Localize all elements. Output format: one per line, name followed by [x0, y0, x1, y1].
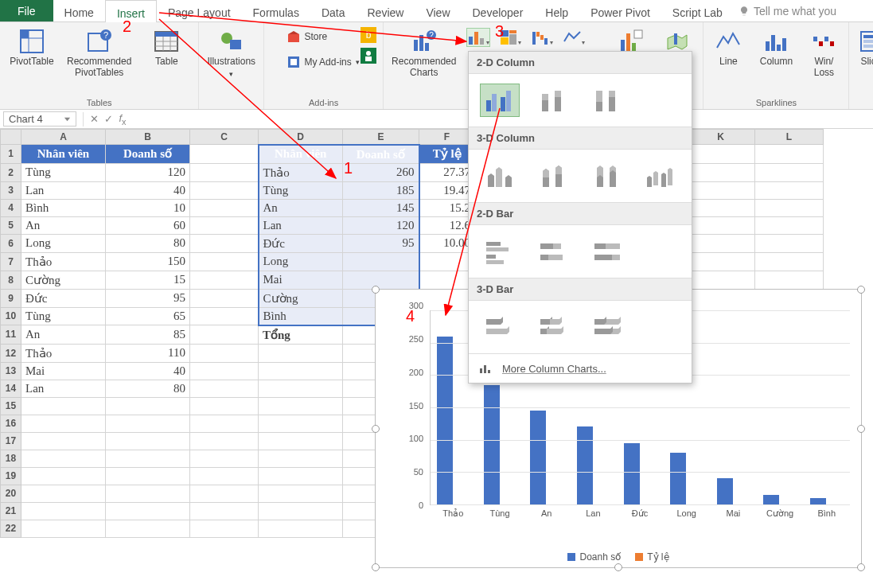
tab-formulas[interactable]: Formulas	[242, 0, 310, 21]
tab-view[interactable]: View	[415, 0, 461, 21]
cell[interactable]: Nhân viên	[259, 145, 343, 164]
people-graph-icon[interactable]	[361, 48, 376, 64]
cell[interactable]: 65	[106, 307, 190, 325]
cell[interactable]	[190, 271, 259, 289]
sparkline-line-button[interactable]: Line	[711, 25, 745, 68]
cell[interactable]	[259, 520, 343, 537]
column-header[interactable]: C	[190, 130, 259, 145]
insert-column-chart-button[interactable]	[467, 29, 489, 46]
cell[interactable]: Lan	[21, 380, 106, 397]
cell[interactable]	[687, 163, 755, 181]
row-header[interactable]: 8	[1, 271, 21, 289]
cell[interactable]	[190, 289, 259, 307]
cell[interactable]: Đức	[259, 234, 343, 252]
cell[interactable]	[687, 271, 755, 289]
cell[interactable]: Lan	[21, 181, 106, 199]
cell[interactable]	[190, 432, 259, 450]
bar[interactable]	[717, 478, 733, 504]
cell[interactable]	[259, 432, 343, 450]
cell[interactable]: An	[259, 199, 343, 216]
cell[interactable]: 120	[106, 163, 190, 181]
cell[interactable]: Bình	[259, 307, 343, 325]
row-header[interactable]: 6	[1, 234, 21, 252]
column-header[interactable]: E	[343, 130, 419, 145]
illustrations-button[interactable]: Illustrations ▾	[207, 25, 255, 78]
cell[interactable]	[190, 307, 259, 325]
3d-column-option[interactable]	[641, 159, 681, 193]
cell[interactable]	[755, 271, 824, 289]
cell[interactable]: Mai	[21, 362, 106, 380]
cell[interactable]	[687, 181, 755, 199]
cell[interactable]	[343, 271, 419, 289]
cell[interactable]: Long	[21, 234, 106, 252]
cell[interactable]	[106, 415, 190, 432]
fx-icon[interactable]: fx	[115, 112, 130, 127]
cell[interactable]	[755, 216, 824, 234]
column-header[interactable]: K	[687, 130, 755, 145]
cell[interactable]	[21, 415, 106, 432]
tab-help[interactable]: Help	[534, 0, 579, 21]
cell[interactable]	[106, 502, 190, 520]
cell[interactable]	[190, 467, 259, 485]
bar[interactable]	[763, 495, 779, 504]
cell[interactable]	[190, 252, 259, 271]
cell[interactable]	[419, 252, 475, 271]
bar[interactable]	[484, 385, 500, 504]
row-header[interactable]: 17	[1, 432, 21, 450]
3d-stacked-column-option[interactable]	[534, 159, 574, 193]
cell[interactable]	[190, 181, 259, 199]
bing-maps-icon[interactable]: b	[361, 27, 376, 43]
cell[interactable]: Thảo	[21, 344, 106, 362]
tab-data[interactable]: Data	[310, 0, 357, 21]
cell[interactable]	[755, 145, 824, 164]
table-button[interactable]: Table	[142, 25, 190, 68]
cell[interactable]	[259, 485, 343, 502]
stacked-column-option[interactable]	[534, 84, 574, 117]
row-header[interactable]: 18	[1, 450, 21, 467]
cell[interactable]: Đức	[21, 289, 106, 307]
cell[interactable]	[190, 163, 259, 181]
cell[interactable]: 15.2	[419, 199, 475, 216]
100-stacked-bar-option[interactable]	[588, 235, 628, 268]
cell[interactable]	[21, 467, 106, 485]
cell[interactable]	[755, 199, 824, 216]
row-header[interactable]: 10	[1, 307, 21, 325]
cell[interactable]: 95	[106, 289, 190, 307]
more-column-charts[interactable]: More Column Charts...	[469, 353, 692, 383]
column-header[interactable]: F	[419, 130, 475, 145]
cell[interactable]	[106, 467, 190, 485]
3d-clustered-bar-option[interactable]	[480, 310, 520, 344]
cell[interactable]	[687, 234, 755, 252]
cell[interactable]: 260	[343, 163, 419, 181]
row-header[interactable]: 9	[1, 289, 21, 307]
cell[interactable]: Cường	[259, 289, 343, 307]
cell[interactable]: 40	[106, 181, 190, 199]
cell[interactable]	[259, 467, 343, 485]
column-header[interactable]: B	[106, 130, 190, 145]
row-header[interactable]: 11	[1, 325, 21, 345]
cell[interactable]: Long	[259, 252, 343, 271]
cell[interactable]: 95	[343, 234, 419, 252]
row-header[interactable]: 15	[1, 397, 21, 415]
cell[interactable]: 10.00	[419, 234, 475, 252]
cell[interactable]: Nhân viên	[21, 145, 106, 164]
cell[interactable]	[190, 520, 259, 537]
cell[interactable]	[190, 199, 259, 216]
cell[interactable]	[190, 325, 259, 345]
bar[interactable]	[577, 426, 593, 504]
cell[interactable]: 145	[343, 199, 419, 216]
bar[interactable]	[810, 498, 826, 504]
bar[interactable]	[530, 411, 546, 504]
cell[interactable]: 12.6	[419, 216, 475, 234]
tell-me[interactable]: Tell me what you	[739, 0, 836, 21]
row-header[interactable]: 3	[1, 181, 21, 199]
cell[interactable]: 185	[343, 181, 419, 199]
cell[interactable]	[21, 397, 106, 415]
clustered-bar-option[interactable]	[480, 235, 520, 268]
cell[interactable]	[190, 502, 259, 520]
cell[interactable]	[755, 252, 824, 271]
cell[interactable]	[190, 485, 259, 502]
row-header[interactable]: 12	[1, 344, 21, 362]
cell[interactable]	[259, 450, 343, 467]
cell[interactable]	[106, 432, 190, 450]
